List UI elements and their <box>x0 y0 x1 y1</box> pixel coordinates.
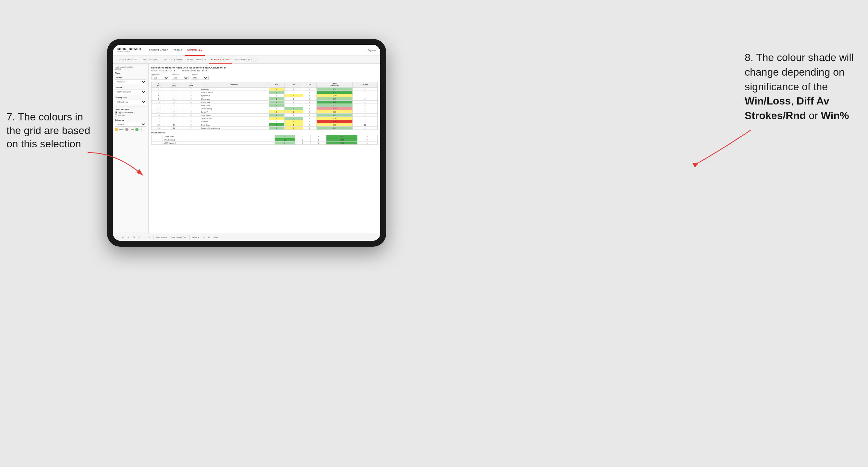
td-loss: 0 <box>285 104 303 107</box>
td-opponent: Foreign Team <box>162 135 275 138</box>
sign-out-link[interactable]: Sign out <box>368 49 376 51</box>
td-loss: 1 <box>285 94 303 97</box>
radio-dot-opponents-played <box>115 111 117 114</box>
td-conf: 1 <box>182 107 200 110</box>
toolbar-save-custom[interactable]: Save Custom View <box>170 236 187 239</box>
td-tie: 0 <box>303 117 317 120</box>
td-diff: 9.267 <box>326 138 357 142</box>
td-conf: 4 <box>182 110 200 114</box>
tablet-frame: SCOREBOARD Powered by clippd TOURNAMENTS… <box>107 39 386 247</box>
sidebar-player-rank-select[interactable]: 8. Katelyn Vo <box>115 100 146 104</box>
sub-nav-team-h2h-grid[interactable]: TEAM H2H GRID <box>138 56 159 64</box>
td-diff: 4.00 <box>317 91 352 94</box>
sub-nav-team-h2h-heatmap[interactable]: TEAM H2H HEATMAP <box>159 56 184 64</box>
colour-dot-level <box>125 128 128 131</box>
radio-opponents-played[interactable]: Opponents Played <box>115 111 146 114</box>
tablet-screen: SCOREBOARD Powered by clippd TOURNAMENTS… <box>113 45 380 241</box>
td-win: 5 <box>275 142 295 145</box>
td-loss: 2 <box>285 110 303 114</box>
nav-item-tournaments[interactable]: TOURNAMENTS <box>146 45 171 56</box>
toolbar-grid3[interactable]: ⊞ <box>207 236 211 239</box>
td-rounds <box>352 94 377 97</box>
arrow-left-svg <box>84 149 156 188</box>
td-div <box>152 138 163 142</box>
td-diff: -0.94 <box>317 117 352 120</box>
td-opponent: Jessica Mason <box>200 117 269 120</box>
td-diff: 1.50 <box>317 88 352 91</box>
toolbar-redo[interactable]: ↪ <box>127 236 130 239</box>
td-div: 14 <box>152 110 166 114</box>
td-tie: 0 <box>303 104 317 107</box>
toolbar-undo2[interactable]: ↩ <box>121 236 125 239</box>
td-opponent: Euna Lee <box>200 120 269 123</box>
app-logo-title: SCOREBOARD <box>117 48 141 51</box>
sidebar-player-label: Player <box>115 72 146 74</box>
td-reg: 1 <box>166 88 182 91</box>
sub-nav-player-h2h-heatmap[interactable]: PLAYER H2H HEATMAP <box>232 56 260 64</box>
radio-top-100[interactable]: Top 100 <box>115 114 146 117</box>
td-tie: 0 <box>303 91 317 94</box>
filter-conference-select[interactable]: (All) <box>171 76 189 80</box>
td-rounds: 3 <box>352 97 377 101</box>
td-opponent: Federica Domecq Lacroze <box>200 127 269 130</box>
sub-navbar: TEAM SUMMARY TEAM H2H GRID TEAM H2H HEAT… <box>113 56 380 64</box>
toolbar-dot[interactable]: · <box>143 236 146 239</box>
toolbar-grid[interactable]: ⊡ <box>132 236 136 239</box>
td-diff: 4.00 <box>317 101 352 104</box>
td-reg: 2 <box>166 117 182 120</box>
td-diff: 0.38 <box>317 110 352 114</box>
td-tie: 0 <box>303 101 317 104</box>
td-conf: 3 <box>182 101 200 104</box>
sub-nav-player-summary[interactable]: PLAYER SUMMARY <box>185 56 209 64</box>
td-rounds: 3 <box>352 91 377 94</box>
table-row: 18 2 2 Euna Lee 0 1 0 -5.00 2 <box>152 120 378 123</box>
sub-nav-team-summary[interactable]: TEAM SUMMARY <box>117 56 138 64</box>
th-opponent: Opponent <box>200 82 269 88</box>
nav-item-committee[interactable]: COMMITTEE <box>185 45 205 56</box>
td-div: 20 <box>152 127 166 130</box>
td-conf: 1 <box>182 117 200 120</box>
td-opponent: Esther Lee <box>200 88 269 91</box>
sidebar-timestamp: Last Updated: 27/03/2024 16:55:38 <box>115 66 146 70</box>
sidebar-division-select[interactable]: NCAA Division III <box>115 90 146 94</box>
td-opponent: Jessica Huang <box>200 107 269 110</box>
toolbar-undo[interactable]: ↩ <box>116 236 119 239</box>
td-div: 16 <box>152 117 166 120</box>
td-loss: 0 <box>295 135 311 138</box>
td-loss: 0 <box>295 142 311 145</box>
toolbar-grid2[interactable]: ⊡ <box>202 236 206 239</box>
td-win: 0 <box>269 94 285 97</box>
toolbar-watch[interactable]: Watch ▾ <box>191 236 200 239</box>
table-row: 3 1 1 Esther Lee 1 0 1 1.50 4 <box>152 88 378 91</box>
td-reg: 8 <box>166 114 182 117</box>
td-div: 10 <box>152 101 166 104</box>
colour-by-select[interactable]: Win/loss <box>115 122 146 127</box>
filter-opponents-select[interactable]: (All) <box>151 76 169 80</box>
table-row: 14 7 4 Eunice Yi 2 2 0 0.38 9 <box>152 110 378 114</box>
colour-label-level: Level <box>130 128 134 130</box>
td-win: 4 <box>269 123 285 127</box>
td-rounds <box>352 117 377 120</box>
annotation-win-pct: Win% <box>821 110 849 121</box>
filter-opponents: Opponents: (All) <box>151 74 169 80</box>
nav-item-teams[interactable]: TEAMS <box>171 45 185 56</box>
sidebar-gender-select[interactable]: Women's <box>115 80 146 84</box>
toolbar-cut[interactable]: ✂ <box>137 236 141 239</box>
td-conf: 6 <box>182 123 200 127</box>
td-conf: 3 <box>182 94 200 97</box>
td-tie: 0 <box>303 114 317 117</box>
td-conf: 2 <box>182 104 200 107</box>
opponent-view-label: Opponent view <box>115 108 146 110</box>
td-tie: 0 <box>303 110 317 114</box>
toolbar-clock[interactable]: ◷ <box>148 236 151 239</box>
th-diff: Diff AvStrokes/Rnd <box>317 82 352 88</box>
sub-nav-player-h2h-grid[interactable]: PLAYER H2H GRID <box>209 56 232 64</box>
td-diff: 1.25 <box>317 114 352 117</box>
toolbar-view-original[interactable]: View: Original <box>155 236 168 239</box>
toolbar-share[interactable]: Share <box>213 236 220 239</box>
filter-conference: Conference (All) <box>171 74 189 80</box>
filter-opponent-select[interactable]: (All) <box>191 76 209 80</box>
td-reg: 7 <box>166 110 182 114</box>
td-conf: 2 <box>182 91 200 94</box>
td-rounds: 10 <box>357 142 377 145</box>
